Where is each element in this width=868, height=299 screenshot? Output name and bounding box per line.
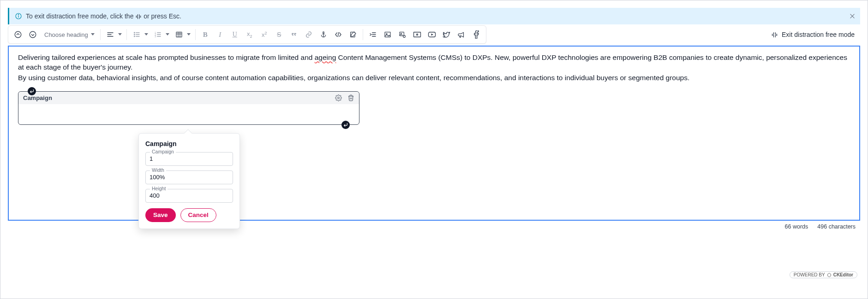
svg-point-6: [30, 31, 36, 38]
edit-icon[interactable]: [346, 28, 360, 41]
width-field-label: Width: [150, 167, 166, 173]
svg-point-10: [134, 32, 135, 33]
svg-point-14: [134, 36, 135, 37]
superscript-icon[interactable]: x2: [257, 28, 271, 41]
campaign-popover: Campaign Campaign Width Height Save: [138, 133, 240, 229]
image-icon[interactable]: [381, 28, 395, 41]
svg-rect-34: [385, 32, 390, 37]
separator: [100, 29, 101, 40]
chevron-down-icon[interactable]: [187, 33, 191, 36]
blockquote-icon[interactable]: [287, 28, 301, 41]
megaphone-icon[interactable]: [455, 28, 468, 41]
width-field: Width: [145, 170, 233, 184]
collapse-icon: [135, 13, 142, 20]
italic-icon[interactable]: I: [213, 28, 227, 41]
campaign-widget[interactable]: Campaign Campaign: [18, 91, 359, 125]
anchor-icon[interactable]: [317, 28, 330, 41]
svg-marker-42: [431, 34, 433, 36]
indent-icon[interactable]: [366, 28, 380, 41]
paragraph[interactable]: By using customer data, behavioral insig…: [18, 73, 850, 83]
height-field-label: Height: [150, 186, 168, 191]
youtube-icon[interactable]: [425, 28, 439, 41]
widget-header: Campaign: [18, 92, 359, 104]
chevron-down-icon[interactable]: [166, 33, 169, 36]
svg-rect-22: [176, 32, 182, 37]
chevron-down-icon[interactable]: [144, 33, 148, 36]
exit-distraction-button[interactable]: Exit distraction free mode: [768, 29, 857, 40]
popover-title: Campaign: [145, 140, 233, 147]
svg-point-5: [15, 31, 21, 38]
widget-settings-icon[interactable]: [335, 94, 342, 101]
separator: [126, 29, 127, 40]
insert-after-handle[interactable]: [341, 121, 350, 129]
banner-text: To exit distraction free mode, click the…: [26, 12, 181, 20]
move-down-icon[interactable]: [26, 28, 40, 41]
info-icon: [15, 12, 22, 20]
svg-text:3: 3: [155, 35, 156, 38]
svg-point-12: [134, 34, 135, 35]
svg-rect-36: [400, 32, 404, 36]
insert-before-handle[interactable]: [28, 87, 36, 95]
image-config-icon[interactable]: [395, 28, 409, 41]
svg-point-43: [338, 97, 340, 99]
iframe-icon[interactable]: [410, 28, 424, 41]
chevron-down-icon[interactable]: [118, 33, 122, 36]
chevron-down-icon: [91, 33, 95, 36]
table-icon[interactable]: [172, 28, 186, 41]
char-count: 496 characters: [817, 223, 856, 230]
separator: [363, 29, 363, 40]
widget-body[interactable]: [18, 104, 359, 124]
widget-title: Campaign: [23, 94, 52, 101]
underline-icon[interactable]: U: [228, 28, 242, 41]
bold-icon[interactable]: B: [198, 28, 212, 41]
link-icon[interactable]: [302, 28, 316, 41]
svg-point-2: [18, 14, 18, 15]
exit-distraction-label: Exit distraction free mode: [782, 31, 855, 38]
paragraph[interactable]: Delivering tailored experiences at scale…: [18, 53, 850, 72]
numbered-list-icon[interactable]: 123: [151, 28, 165, 41]
svg-marker-44: [827, 273, 831, 276]
facebook-icon[interactable]: [469, 28, 483, 41]
subscript-icon[interactable]: x2: [243, 28, 257, 41]
cancel-button[interactable]: Cancel: [180, 208, 216, 222]
collapse-icon: [771, 31, 778, 38]
banner-close-icon[interactable]: [849, 13, 856, 19]
svg-line-29: [338, 32, 338, 36]
svg-point-40: [416, 34, 418, 35]
heading-select[interactable]: Choose heading: [41, 28, 97, 41]
status-bar: 66 words 496 characters: [8, 221, 860, 230]
heading-select-label: Choose heading: [44, 31, 88, 38]
svg-point-26: [323, 32, 324, 33]
strikethrough-icon[interactable]: S: [272, 28, 286, 41]
powered-by-badge[interactable]: POWERED BY CKEditor: [790, 271, 857, 278]
campaign-field-label: Campaign: [150, 149, 176, 154]
svg-rect-39: [413, 32, 420, 37]
word-count: 66 words: [785, 223, 808, 230]
campaign-field: Campaign: [145, 152, 233, 166]
save-button[interactable]: Save: [145, 208, 176, 222]
bullet-list-icon[interactable]: [130, 28, 144, 41]
editor-area[interactable]: Delivering tailored experiences at scale…: [8, 46, 860, 221]
move-up-icon[interactable]: [11, 28, 25, 41]
spelling-error[interactable]: ageing: [315, 53, 336, 61]
info-banner: To exit distraction free mode, click the…: [8, 8, 860, 24]
height-field: Height: [145, 189, 233, 203]
editor-toolbar: Choose heading 123: [8, 25, 486, 44]
separator: [195, 29, 196, 40]
source-code-icon[interactable]: [331, 28, 345, 41]
widget-delete-icon[interactable]: [347, 94, 354, 101]
twitter-icon[interactable]: [440, 28, 454, 41]
align-icon[interactable]: [103, 28, 117, 41]
